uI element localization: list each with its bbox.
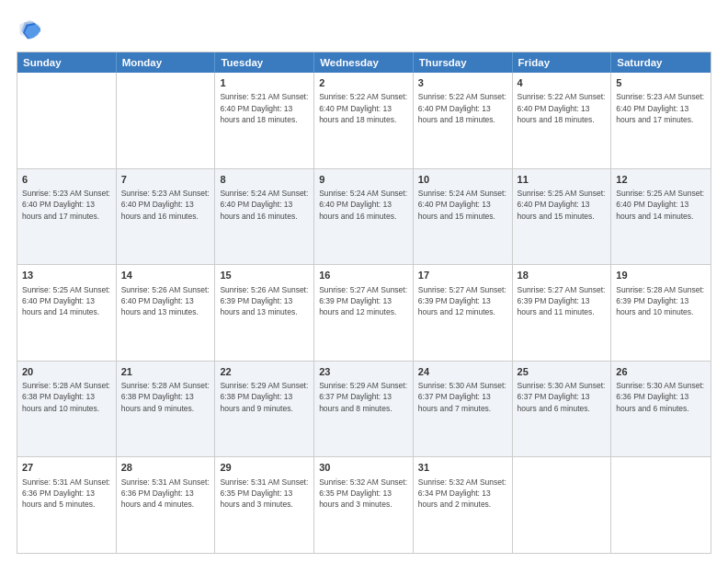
- calendar: SundayMondayTuesdayWednesdayThursdayFrid…: [17, 52, 711, 554]
- day-info: Sunrise: 5:24 AM Sunset: 6:40 PM Dayligh…: [418, 188, 507, 222]
- day-number: 9: [319, 173, 408, 187]
- day-number: 6: [22, 173, 111, 187]
- week-row-4: 20Sunrise: 5:28 AM Sunset: 6:38 PM Dayli…: [17, 361, 711, 457]
- day-cell: 7Sunrise: 5:23 AM Sunset: 6:40 PM Daylig…: [117, 169, 216, 265]
- day-cell: 25Sunrise: 5:30 AM Sunset: 6:37 PM Dayli…: [513, 362, 612, 457]
- day-info: Sunrise: 5:28 AM Sunset: 6:38 PM Dayligh…: [22, 380, 111, 414]
- day-header-friday: Friday: [513, 52, 612, 73]
- logo: [17, 17, 46, 42]
- week-row-2: 6Sunrise: 5:23 AM Sunset: 6:40 PM Daylig…: [17, 168, 711, 265]
- day-header-tuesday: Tuesday: [215, 52, 314, 73]
- day-info: Sunrise: 5:31 AM Sunset: 6:36 PM Dayligh…: [22, 477, 111, 511]
- day-info: Sunrise: 5:23 AM Sunset: 6:40 PM Dayligh…: [616, 91, 706, 125]
- day-cell: 16Sunrise: 5:27 AM Sunset: 6:39 PM Dayli…: [314, 265, 414, 361]
- day-number: 20: [22, 365, 111, 379]
- calendar-header: SundayMondayTuesdayWednesdayThursdayFrid…: [17, 52, 711, 73]
- day-number: 10: [418, 173, 507, 187]
- day-header-saturday: Saturday: [611, 52, 711, 73]
- day-cell: 4Sunrise: 5:22 AM Sunset: 6:40 PM Daylig…: [513, 73, 612, 168]
- day-number: 21: [121, 365, 210, 379]
- day-cell: 30Sunrise: 5:32 AM Sunset: 6:35 PM Dayli…: [314, 457, 414, 553]
- day-number: 8: [220, 173, 309, 187]
- day-cell: 27Sunrise: 5:31 AM Sunset: 6:36 PM Dayli…: [17, 457, 117, 553]
- day-info: Sunrise: 5:29 AM Sunset: 6:37 PM Dayligh…: [319, 380, 408, 414]
- day-info: Sunrise: 5:25 AM Sunset: 6:40 PM Dayligh…: [518, 188, 607, 222]
- week-row-5: 27Sunrise: 5:31 AM Sunset: 6:36 PM Dayli…: [17, 456, 711, 553]
- day-info: Sunrise: 5:24 AM Sunset: 6:40 PM Dayligh…: [319, 188, 408, 222]
- day-cell: 13Sunrise: 5:25 AM Sunset: 6:40 PM Dayli…: [17, 265, 117, 361]
- day-number: 15: [220, 269, 309, 282]
- day-number: 22: [220, 365, 309, 379]
- day-number: 13: [22, 269, 111, 282]
- day-cell: 23Sunrise: 5:29 AM Sunset: 6:37 PM Dayli…: [314, 362, 414, 457]
- day-info: Sunrise: 5:29 AM Sunset: 6:38 PM Dayligh…: [220, 380, 309, 414]
- day-cell: 19Sunrise: 5:28 AM Sunset: 6:39 PM Dayli…: [611, 265, 711, 361]
- day-number: 12: [616, 173, 706, 187]
- day-info: Sunrise: 5:28 AM Sunset: 6:39 PM Dayligh…: [616, 284, 706, 318]
- day-number: 25: [518, 365, 607, 379]
- day-cell: 21Sunrise: 5:28 AM Sunset: 6:38 PM Dayli…: [117, 362, 216, 457]
- day-number: 3: [418, 76, 507, 90]
- day-number: 19: [616, 269, 706, 282]
- day-info: Sunrise: 5:28 AM Sunset: 6:38 PM Dayligh…: [121, 380, 210, 414]
- day-number: 5: [616, 76, 706, 90]
- day-info: Sunrise: 5:22 AM Sunset: 6:40 PM Dayligh…: [418, 91, 507, 125]
- day-number: 29: [220, 461, 309, 475]
- day-number: 26: [616, 365, 706, 379]
- day-header-sunday: Sunday: [17, 52, 117, 73]
- day-info: Sunrise: 5:30 AM Sunset: 6:36 PM Dayligh…: [616, 380, 706, 414]
- day-info: Sunrise: 5:26 AM Sunset: 6:40 PM Dayligh…: [121, 284, 210, 318]
- day-cell: 20Sunrise: 5:28 AM Sunset: 6:38 PM Dayli…: [17, 362, 117, 457]
- day-info: Sunrise: 5:24 AM Sunset: 6:40 PM Dayligh…: [220, 188, 309, 222]
- day-cell: [117, 73, 216, 168]
- day-cell: 22Sunrise: 5:29 AM Sunset: 6:38 PM Dayli…: [215, 362, 314, 457]
- day-number: 23: [319, 365, 408, 379]
- day-info: Sunrise: 5:25 AM Sunset: 6:40 PM Dayligh…: [22, 284, 111, 318]
- day-info: Sunrise: 5:23 AM Sunset: 6:40 PM Dayligh…: [22, 188, 111, 222]
- day-number: 31: [418, 461, 507, 475]
- day-info: Sunrise: 5:23 AM Sunset: 6:40 PM Dayligh…: [121, 188, 210, 222]
- day-cell: 26Sunrise: 5:30 AM Sunset: 6:36 PM Dayli…: [611, 362, 711, 457]
- day-number: 14: [121, 269, 210, 282]
- day-cell: 10Sunrise: 5:24 AM Sunset: 6:40 PM Dayli…: [414, 169, 513, 265]
- day-cell: 29Sunrise: 5:31 AM Sunset: 6:35 PM Dayli…: [215, 457, 314, 553]
- day-header-monday: Monday: [117, 52, 216, 73]
- week-row-3: 13Sunrise: 5:25 AM Sunset: 6:40 PM Dayli…: [17, 264, 711, 361]
- day-info: Sunrise: 5:31 AM Sunset: 6:35 PM Dayligh…: [220, 477, 309, 511]
- calendar-body: 1Sunrise: 5:21 AM Sunset: 6:40 PM Daylig…: [17, 73, 711, 553]
- day-info: Sunrise: 5:22 AM Sunset: 6:40 PM Dayligh…: [319, 91, 408, 125]
- day-number: 27: [22, 461, 111, 475]
- day-info: Sunrise: 5:27 AM Sunset: 6:39 PM Dayligh…: [319, 284, 408, 318]
- day-header-wednesday: Wednesday: [314, 52, 414, 73]
- day-cell: [513, 457, 612, 553]
- page: SundayMondayTuesdayWednesdayThursdayFrid…: [0, 0, 728, 563]
- day-number: 24: [418, 365, 507, 379]
- day-cell: 5Sunrise: 5:23 AM Sunset: 6:40 PM Daylig…: [611, 73, 711, 168]
- day-cell: 9Sunrise: 5:24 AM Sunset: 6:40 PM Daylig…: [314, 169, 414, 265]
- day-info: Sunrise: 5:27 AM Sunset: 6:39 PM Dayligh…: [418, 284, 507, 318]
- week-row-1: 1Sunrise: 5:21 AM Sunset: 6:40 PM Daylig…: [17, 73, 711, 168]
- day-info: Sunrise: 5:32 AM Sunset: 6:34 PM Dayligh…: [418, 477, 507, 511]
- header: [17, 17, 711, 42]
- day-number: 28: [121, 461, 210, 475]
- day-cell: 15Sunrise: 5:26 AM Sunset: 6:39 PM Dayli…: [215, 265, 314, 361]
- day-cell: 6Sunrise: 5:23 AM Sunset: 6:40 PM Daylig…: [17, 169, 117, 265]
- day-cell: 12Sunrise: 5:25 AM Sunset: 6:40 PM Dayli…: [611, 169, 711, 265]
- day-number: 1: [220, 76, 309, 90]
- day-number: 18: [518, 269, 607, 282]
- day-info: Sunrise: 5:25 AM Sunset: 6:40 PM Dayligh…: [616, 188, 706, 222]
- day-number: 17: [418, 269, 507, 282]
- day-cell: 8Sunrise: 5:24 AM Sunset: 6:40 PM Daylig…: [215, 169, 314, 265]
- day-cell: [17, 73, 117, 168]
- day-info: Sunrise: 5:26 AM Sunset: 6:39 PM Dayligh…: [220, 284, 309, 318]
- day-cell: 17Sunrise: 5:27 AM Sunset: 6:39 PM Dayli…: [414, 265, 513, 361]
- day-number: 11: [518, 173, 607, 187]
- day-cell: 24Sunrise: 5:30 AM Sunset: 6:37 PM Dayli…: [414, 362, 513, 457]
- day-info: Sunrise: 5:30 AM Sunset: 6:37 PM Dayligh…: [418, 380, 507, 414]
- day-cell: 28Sunrise: 5:31 AM Sunset: 6:36 PM Dayli…: [117, 457, 216, 553]
- day-info: Sunrise: 5:32 AM Sunset: 6:35 PM Dayligh…: [319, 477, 408, 511]
- day-number: 30: [319, 461, 408, 475]
- day-number: 2: [319, 76, 408, 90]
- day-number: 7: [121, 173, 210, 187]
- day-cell: 2Sunrise: 5:22 AM Sunset: 6:40 PM Daylig…: [314, 73, 414, 168]
